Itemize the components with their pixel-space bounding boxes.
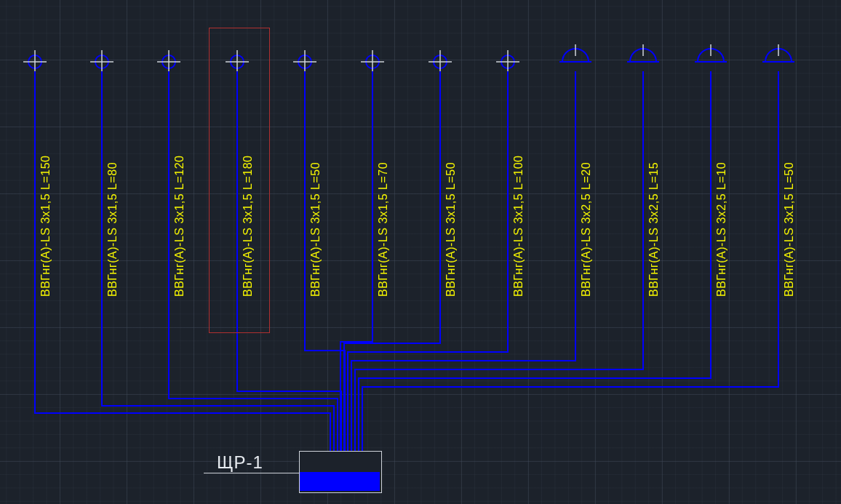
socket-symbol-icon [293,50,316,73]
socket-symbol-icon [429,50,452,73]
socket-symbol-icon [157,50,180,73]
cable-label: ВВГнг(А)-LS 3x1,5 L=80 [106,108,119,297]
cable-label: ВВГнг(А)-LS 3x1,5 L=120 [173,108,186,297]
cable-label: ВВГнг(А)-LS 3x1,5 L=50 [445,108,458,297]
selection-rectangle [209,28,270,333]
socket-symbol-icon [23,50,47,73]
light-symbol-icon [627,44,659,62]
cable-route [355,71,643,451]
cad-drawing-area[interactable]: ВВГнг(А)-LS 3x1,5 L=150ВВГнг(А)-LS 3x1,5… [0,0,841,504]
label-leader-line [204,473,299,473]
cable-label: ВВГнг(А)-LS 3x2,5 L=15 [647,108,661,297]
distribution-panel-label: ЩР-1 [217,452,263,473]
light-symbol-icon [695,44,727,62]
cable-label: ВВГнг(А)-LS 3x2,5 L=10 [715,108,728,297]
cable-label: ВВГнг(А)-LS 3x1,5 L=50 [783,108,796,297]
socket-symbol-icon [496,50,519,73]
cable-label: ВВГнг(А)-LS 3x1,5 L=50 [309,108,322,297]
light-symbol-icon [762,44,794,62]
light-symbol-icon [559,44,591,62]
cable-label: ВВГнг(А)-LS 3x2,5 L=20 [580,108,593,297]
distribution-panel-fill [300,472,380,491]
socket-symbol-icon [361,50,384,73]
cable-label: ВВГнг(А)-LS 3x1,5 L=100 [512,108,525,297]
cable-label: ВВГнг(А)-LS 3x1,5 L=150 [39,108,52,297]
socket-symbol-icon [90,50,113,73]
cable-label: ВВГнг(А)-LS 3x1,5 L=70 [377,108,390,297]
